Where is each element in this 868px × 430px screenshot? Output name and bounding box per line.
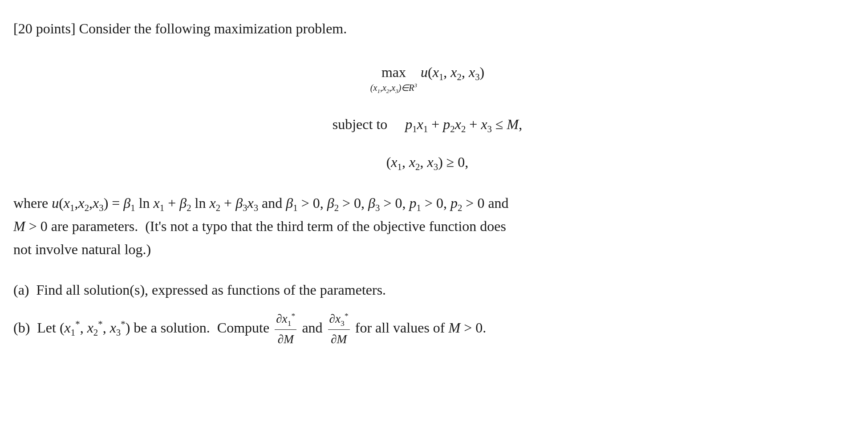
objective-function-block: max (x1,x2,x3)∈R3 u(x1, x2, x3) xyxy=(13,61,841,96)
description-line3: not involve natural log.) xyxy=(13,241,151,257)
description-paragraph: where u(x1,x2,x3) = β1 ln x1 + β2 ln x2 … xyxy=(13,192,841,261)
part-a: (a) Find all solution(s), expressed as f… xyxy=(13,279,841,301)
max-subscript: (x1,x2,x3)∈R3 xyxy=(370,81,417,96)
max-operator: max (x1,x2,x3)∈R3 xyxy=(370,61,417,96)
subject-to-line: subject to p1x1 + p2x2 + x3 ≤ M, xyxy=(13,114,841,136)
intro-paragraph: [20 points] Consider the following maxim… xyxy=(13,18,841,39)
description-line1: where u(x1,x2,x3) = β1 ln x1 + β2 ln x2 … xyxy=(13,195,509,211)
page-content: [20 points] Consider the following maxim… xyxy=(13,18,841,349)
nonnegativity-constraint: (x1, x2, x3) ≥ 0, xyxy=(13,151,841,174)
part-b: (b) Let (x1*, x2*, x3*) be a solution. C… xyxy=(13,309,841,349)
objective-expression: u(x1, x2, x3) xyxy=(421,61,484,84)
description-line2: M > 0 are parameters. (It's not a typo t… xyxy=(13,218,506,234)
max-word: max xyxy=(381,61,406,83)
